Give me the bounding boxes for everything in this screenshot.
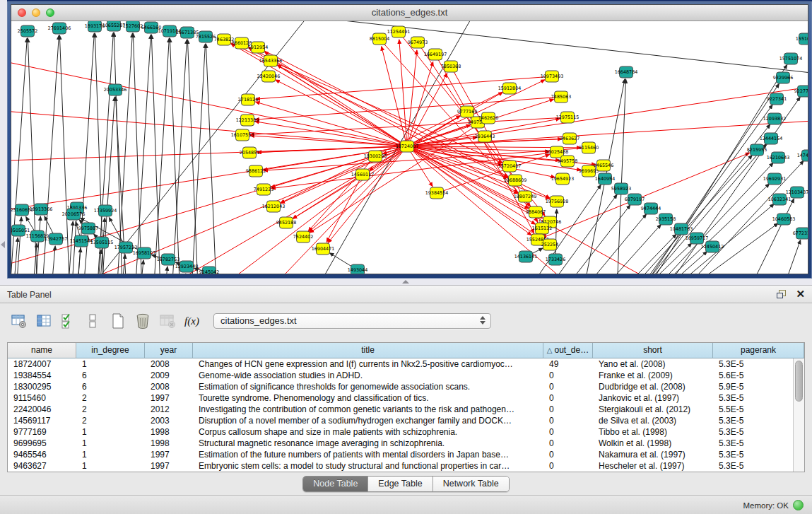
graph-node[interactable]: 5958923 bbox=[611, 183, 631, 194]
graph-node-label: 11254491 bbox=[387, 29, 411, 35]
table-row[interactable]: 946362711997Embryonic stem cells: a mode… bbox=[8, 460, 794, 472]
table-row[interactable]: 1938455462009Genome-wide association stu… bbox=[8, 370, 794, 381]
select-all-columns-icon[interactable] bbox=[59, 313, 77, 330]
graph-node[interactable]: 9474444 bbox=[641, 203, 661, 214]
graph-node-label: 12093832 bbox=[763, 116, 787, 122]
column-header-short[interactable]: short bbox=[593, 343, 713, 358]
graph-node[interactable]: 7485063 bbox=[551, 91, 571, 103]
function-builder-icon[interactable]: f(x) bbox=[183, 313, 201, 330]
graph-node[interactable]: 2505572 bbox=[18, 25, 37, 37]
table-row[interactable]: 1830029562008Estimation of significance … bbox=[8, 381, 794, 392]
table-cell: 5.6E-5 bbox=[713, 370, 794, 381]
graph-node[interactable]: 8215955 bbox=[747, 144, 767, 156]
scrollbar-thumb[interactable] bbox=[795, 361, 803, 402]
graph-edge bbox=[223, 21, 808, 74]
graph-node[interactable]: 9463627 bbox=[560, 133, 579, 144]
graph-edge bbox=[170, 38, 182, 274]
graph-node[interactable]: 2935158 bbox=[656, 214, 676, 225]
table-settings-icon[interactable] bbox=[10, 313, 28, 330]
graph-edge bbox=[277, 65, 407, 146]
table-selector-dropdown[interactable]: citations_edges.txt bbox=[213, 313, 491, 329]
graph-node[interactable]: 9886122 bbox=[246, 165, 266, 177]
graph-node-label: 16649197 bbox=[424, 52, 447, 57]
table-row[interactable]: 911546021997Tourette syndrome. Phenomeno… bbox=[8, 392, 794, 404]
collapse-west-panel-arrow-icon[interactable] bbox=[1, 241, 5, 248]
graph-node[interactable]: 2718126 bbox=[238, 94, 258, 105]
graph-node[interactable]: 17359924 bbox=[94, 205, 117, 216]
graph-node[interactable]: 6772312 bbox=[793, 228, 808, 239]
graph-node[interactable]: 12444154 bbox=[760, 133, 783, 144]
table-vertical-scrollbar[interactable] bbox=[793, 358, 804, 472]
column-header-pagerank[interactable]: pagerank bbox=[713, 343, 804, 358]
show-columns-icon[interactable] bbox=[35, 313, 52, 330]
network-view-window[interactable]: citations_edges.txt 18724007746382286601… bbox=[7, 0, 812, 279]
graph-node[interactable]: 14744442 bbox=[797, 150, 808, 161]
table-cell: Franke et al. (2009) bbox=[593, 370, 713, 381]
graph-edge bbox=[134, 260, 143, 274]
graph-node[interactable]: 8815004 bbox=[370, 33, 389, 45]
table-cell: Structural magnetic resonance image aver… bbox=[193, 438, 543, 449]
graph-node[interactable]: 1733426 bbox=[546, 254, 565, 265]
graph-node[interactable]: 16648784 bbox=[615, 66, 638, 78]
graph-node[interactable]: 9674973 bbox=[408, 37, 428, 48]
column-header-year[interactable]: year bbox=[145, 343, 193, 358]
tab-edge-table[interactable]: Edge Table bbox=[368, 477, 433, 491]
panel-splitter-handle[interactable] bbox=[402, 280, 409, 284]
graph-node[interactable]: 16210643 bbox=[767, 152, 790, 163]
graph-node[interactable]: 10655287 bbox=[102, 21, 126, 31]
graph-node[interactable]: 19654923 bbox=[551, 173, 575, 185]
create-column-icon[interactable] bbox=[109, 313, 126, 330]
graph-node[interactable]: 19692931 bbox=[763, 173, 787, 185]
column-header-title[interactable]: title bbox=[193, 343, 543, 358]
graph-node[interactable]: 20053346 bbox=[104, 84, 127, 95]
graph-node[interactable]: 16649197 bbox=[424, 49, 447, 60]
graph-node[interactable]: 9329966 bbox=[773, 72, 793, 83]
tab-node-table[interactable]: Node Table bbox=[303, 477, 368, 491]
table-row[interactable]: 2242004622012Investigating the contribut… bbox=[8, 404, 794, 415]
column-header-name[interactable]: name bbox=[8, 343, 76, 358]
network-canvas[interactable]: 1872400774638228660128591295416543366224… bbox=[11, 21, 808, 274]
graph-node[interactable]: 27691406 bbox=[48, 23, 71, 34]
graph-node[interactable]: 16543366 bbox=[259, 55, 283, 66]
graph-node[interactable]: 15720407 bbox=[498, 160, 522, 172]
graph-node[interactable]: 16904471 bbox=[312, 243, 335, 255]
close-panel-icon[interactable]: ✕ bbox=[796, 286, 805, 303]
graph-edge bbox=[760, 240, 801, 274]
table-row[interactable]: 946554611997Estimation of the future num… bbox=[8, 449, 794, 460]
table-cell: 1997 bbox=[145, 392, 193, 404]
graph-node[interactable]: 9115460 bbox=[579, 142, 599, 153]
graph-node[interactable]: 9245042 bbox=[199, 267, 219, 274]
graph-node-label: 16958107 bbox=[133, 250, 156, 256]
table-cell: 0 bbox=[543, 449, 593, 460]
graph-node[interactable]: 1527602 bbox=[123, 21, 143, 32]
delete-column-icon[interactable] bbox=[134, 313, 151, 330]
graph-node-label: 15912804 bbox=[498, 86, 522, 91]
graph-node[interactable]: 10460583 bbox=[772, 214, 796, 225]
graph-node[interactable]: 12213389 bbox=[236, 115, 259, 126]
graph-node[interactable]: 1640954 bbox=[595, 173, 615, 185]
deselect-all-columns-icon[interactable] bbox=[84, 313, 102, 330]
graph-node[interactable]: 252254 bbox=[541, 239, 558, 250]
graph-node[interactable]: 1551054 bbox=[796, 33, 808, 45]
graph-node[interactable]: 2054851 bbox=[240, 147, 259, 158]
graph-node[interactable]: 9227341 bbox=[767, 93, 787, 105]
graph-node-label: 252254 bbox=[541, 242, 558, 247]
graph-node-label: 12975115 bbox=[556, 115, 579, 120]
graph-node[interactable]: 9227744 bbox=[794, 86, 808, 97]
graph-node[interactable]: 7491233 bbox=[254, 184, 273, 195]
graph-node[interactable]: 15751074 bbox=[779, 53, 803, 64]
table-row[interactable]: 977716911998Corpus callosum shape and si… bbox=[8, 426, 794, 438]
float-panel-icon[interactable] bbox=[777, 290, 786, 298]
table-row[interactable]: 969969511998Structural magnetic resonanc… bbox=[8, 438, 794, 449]
tab-network-table[interactable]: Network Table bbox=[433, 477, 509, 491]
graph-node[interactable]: 7524402 bbox=[293, 231, 313, 243]
column-header-out_de[interactable]: △out_de… bbox=[543, 343, 593, 358]
graph-node[interactable]: 6879197 bbox=[625, 194, 645, 205]
table-row[interactable]: 1456911722003Disruption of a novel membe… bbox=[8, 415, 794, 426]
table-row[interactable]: 1872400712008Changes of HCN gene express… bbox=[8, 358, 794, 370]
table-cell: Genome-wide association studies in ADHD. bbox=[193, 370, 543, 381]
network-window-titlebar[interactable]: citations_edges.txt bbox=[11, 5, 808, 21]
table-cell: 5.3E-5 bbox=[713, 449, 794, 460]
column-header-in_degree[interactable]: in_degree bbox=[76, 343, 145, 358]
graph-node[interactable]: 19384554 bbox=[425, 187, 449, 199]
